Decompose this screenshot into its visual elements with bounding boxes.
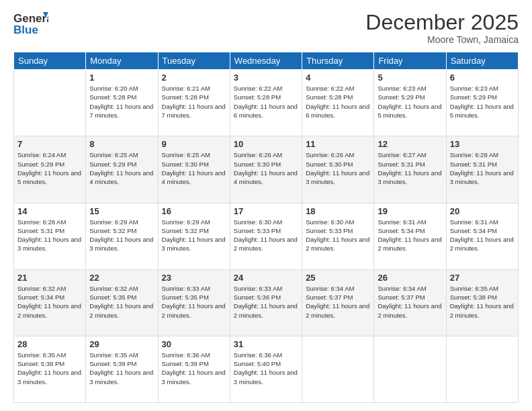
day-number: 8 bbox=[89, 139, 154, 149]
month-title: December 2025 bbox=[365, 11, 519, 34]
cell-info: Sunrise: 6:33 AMSunset: 5:35 PMDaylight:… bbox=[162, 284, 226, 320]
logo-svg: GeneralBlue bbox=[13, 11, 48, 36]
cell-info: Sunrise: 6:35 AMSunset: 5:38 PMDaylight:… bbox=[450, 284, 515, 320]
calendar-cell bbox=[14, 70, 86, 136]
calendar-week-row-3: 14Sunrise: 6:28 AMSunset: 5:31 PMDayligh… bbox=[14, 203, 519, 269]
svg-text:Blue: Blue bbox=[13, 24, 38, 36]
cell-info: Sunrise: 6:22 AMSunset: 5:28 PMDaylight:… bbox=[234, 84, 298, 120]
cell-info: Sunrise: 6:35 AMSunset: 5:39 PMDaylight:… bbox=[89, 351, 154, 386]
calendar-cell: 15Sunrise: 6:29 AMSunset: 5:32 PMDayligh… bbox=[86, 203, 158, 269]
calendar-cell: 5Sunrise: 6:23 AMSunset: 5:29 PMDaylight… bbox=[374, 70, 446, 136]
calendar-cell: 31Sunrise: 6:36 AMSunset: 5:40 PMDayligh… bbox=[230, 336, 302, 402]
weekday-header-monday: Monday bbox=[86, 52, 158, 70]
cell-info: Sunrise: 6:21 AMSunset: 5:28 PMDaylight:… bbox=[162, 84, 226, 120]
cell-info: Sunrise: 6:32 AMSunset: 5:35 PMDaylight:… bbox=[89, 284, 154, 320]
calendar-cell: 20Sunrise: 6:31 AMSunset: 5:34 PMDayligh… bbox=[446, 203, 518, 269]
calendar-cell: 24Sunrise: 6:33 AMSunset: 5:36 PMDayligh… bbox=[230, 269, 302, 336]
calendar-header-row: SundayMondayTuesdayWednesdayThursdayFrid… bbox=[14, 52, 519, 70]
cell-info: Sunrise: 6:34 AMSunset: 5:37 PMDaylight:… bbox=[306, 284, 370, 320]
cell-info: Sunrise: 6:30 AMSunset: 5:33 PMDaylight:… bbox=[306, 218, 370, 253]
weekday-header-saturday: Saturday bbox=[446, 52, 518, 70]
calendar-cell: 17Sunrise: 6:30 AMSunset: 5:33 PMDayligh… bbox=[230, 203, 302, 269]
title-block: December 2025 Moore Town, Jamaica bbox=[365, 11, 519, 45]
calendar-cell: 11Sunrise: 6:26 AMSunset: 5:30 PMDayligh… bbox=[302, 136, 374, 203]
weekday-header-sunday: Sunday bbox=[14, 52, 86, 70]
calendar-cell: 23Sunrise: 6:33 AMSunset: 5:35 PMDayligh… bbox=[158, 269, 230, 336]
calendar-cell: 29Sunrise: 6:35 AMSunset: 5:39 PMDayligh… bbox=[86, 336, 158, 402]
cell-info: Sunrise: 6:36 AMSunset: 5:40 PMDaylight:… bbox=[234, 351, 298, 386]
calendar-week-row-2: 7Sunrise: 6:24 AMSunset: 5:29 PMDaylight… bbox=[14, 136, 519, 203]
day-number: 16 bbox=[162, 206, 226, 216]
cell-info: Sunrise: 6:34 AMSunset: 5:37 PMDaylight:… bbox=[378, 284, 442, 320]
weekday-header-wednesday: Wednesday bbox=[230, 52, 302, 70]
day-number: 11 bbox=[306, 139, 370, 149]
calendar-cell: 10Sunrise: 6:26 AMSunset: 5:30 PMDayligh… bbox=[230, 136, 302, 203]
calendar-cell: 4Sunrise: 6:22 AMSunset: 5:28 PMDaylight… bbox=[302, 70, 374, 136]
calendar-cell: 18Sunrise: 6:30 AMSunset: 5:33 PMDayligh… bbox=[302, 203, 374, 269]
calendar-cell: 12Sunrise: 6:27 AMSunset: 5:31 PMDayligh… bbox=[374, 136, 446, 203]
cell-info: Sunrise: 6:31 AMSunset: 5:34 PMDaylight:… bbox=[450, 218, 515, 253]
day-number: 6 bbox=[450, 73, 515, 83]
cell-info: Sunrise: 6:25 AMSunset: 5:29 PMDaylight:… bbox=[89, 150, 154, 186]
cell-info: Sunrise: 6:35 AMSunset: 5:38 PMDaylight:… bbox=[17, 351, 82, 386]
cell-info: Sunrise: 6:28 AMSunset: 5:31 PMDaylight:… bbox=[17, 218, 82, 253]
cell-info: Sunrise: 6:32 AMSunset: 5:34 PMDaylight:… bbox=[17, 284, 82, 320]
calendar-week-row-1: 1Sunrise: 6:20 AMSunset: 5:28 PMDaylight… bbox=[14, 70, 519, 136]
day-number: 20 bbox=[450, 206, 515, 216]
header: GeneralBlue December 2025 Moore Town, Ja… bbox=[13, 11, 519, 45]
cell-info: Sunrise: 6:29 AMSunset: 5:32 PMDaylight:… bbox=[162, 218, 226, 253]
weekday-header-friday: Friday bbox=[374, 52, 446, 70]
day-number: 10 bbox=[234, 139, 298, 149]
cell-info: Sunrise: 6:33 AMSunset: 5:36 PMDaylight:… bbox=[234, 284, 298, 320]
calendar-cell: 14Sunrise: 6:28 AMSunset: 5:31 PMDayligh… bbox=[14, 203, 86, 269]
calendar-cell: 8Sunrise: 6:25 AMSunset: 5:29 PMDaylight… bbox=[86, 136, 158, 203]
calendar-cell: 28Sunrise: 6:35 AMSunset: 5:38 PMDayligh… bbox=[14, 336, 86, 402]
calendar-cell: 19Sunrise: 6:31 AMSunset: 5:34 PMDayligh… bbox=[374, 203, 446, 269]
day-number: 31 bbox=[234, 339, 298, 349]
day-number: 26 bbox=[378, 273, 442, 283]
day-number: 1 bbox=[89, 73, 154, 83]
calendar-week-row-5: 28Sunrise: 6:35 AMSunset: 5:38 PMDayligh… bbox=[14, 336, 519, 402]
cell-info: Sunrise: 6:36 AMSunset: 5:39 PMDaylight:… bbox=[162, 351, 226, 386]
day-number: 14 bbox=[17, 206, 82, 216]
calendar-cell: 25Sunrise: 6:34 AMSunset: 5:37 PMDayligh… bbox=[302, 269, 374, 336]
day-number: 9 bbox=[162, 139, 226, 149]
calendar-cell: 13Sunrise: 6:28 AMSunset: 5:31 PMDayligh… bbox=[446, 136, 518, 203]
day-number: 15 bbox=[89, 206, 154, 216]
cell-info: Sunrise: 6:31 AMSunset: 5:34 PMDaylight:… bbox=[378, 218, 442, 253]
day-number: 23 bbox=[162, 273, 226, 283]
day-number: 24 bbox=[234, 273, 298, 283]
calendar-cell bbox=[374, 336, 446, 402]
day-number: 29 bbox=[89, 339, 154, 349]
calendar-cell: 26Sunrise: 6:34 AMSunset: 5:37 PMDayligh… bbox=[374, 269, 446, 336]
calendar-cell: 27Sunrise: 6:35 AMSunset: 5:38 PMDayligh… bbox=[446, 269, 518, 336]
calendar-cell: 7Sunrise: 6:24 AMSunset: 5:29 PMDaylight… bbox=[14, 136, 86, 203]
cell-info: Sunrise: 6:29 AMSunset: 5:32 PMDaylight:… bbox=[89, 218, 154, 253]
location: Moore Town, Jamaica bbox=[365, 34, 519, 45]
calendar-cell: 2Sunrise: 6:21 AMSunset: 5:28 PMDaylight… bbox=[158, 70, 230, 136]
calendar-cell: 30Sunrise: 6:36 AMSunset: 5:39 PMDayligh… bbox=[158, 336, 230, 402]
calendar-cell: 3Sunrise: 6:22 AMSunset: 5:28 PMDaylight… bbox=[230, 70, 302, 136]
page: GeneralBlue December 2025 Moore Town, Ja… bbox=[0, 0, 532, 411]
day-number: 2 bbox=[162, 73, 226, 83]
cell-info: Sunrise: 6:25 AMSunset: 5:30 PMDaylight:… bbox=[162, 150, 226, 186]
weekday-header-thursday: Thursday bbox=[302, 52, 374, 70]
cell-info: Sunrise: 6:28 AMSunset: 5:31 PMDaylight:… bbox=[450, 150, 515, 186]
day-number: 7 bbox=[17, 139, 82, 149]
cell-info: Sunrise: 6:30 AMSunset: 5:33 PMDaylight:… bbox=[234, 218, 298, 253]
day-number: 13 bbox=[450, 139, 515, 149]
calendar-cell: 22Sunrise: 6:32 AMSunset: 5:35 PMDayligh… bbox=[86, 269, 158, 336]
day-number: 17 bbox=[234, 206, 298, 216]
calendar-cell bbox=[302, 336, 374, 402]
cell-info: Sunrise: 6:24 AMSunset: 5:29 PMDaylight:… bbox=[17, 150, 82, 186]
calendar-cell: 1Sunrise: 6:20 AMSunset: 5:28 PMDaylight… bbox=[86, 70, 158, 136]
calendar-table: SundayMondayTuesdayWednesdayThursdayFrid… bbox=[13, 52, 519, 403]
day-number: 19 bbox=[378, 206, 442, 216]
day-number: 25 bbox=[306, 273, 370, 283]
cell-info: Sunrise: 6:26 AMSunset: 5:30 PMDaylight:… bbox=[234, 150, 298, 186]
cell-info: Sunrise: 6:23 AMSunset: 5:29 PMDaylight:… bbox=[450, 84, 515, 120]
day-number: 12 bbox=[378, 139, 442, 149]
day-number: 4 bbox=[306, 73, 370, 83]
day-number: 30 bbox=[162, 339, 226, 349]
calendar-cell: 6Sunrise: 6:23 AMSunset: 5:29 PMDaylight… bbox=[446, 70, 518, 136]
